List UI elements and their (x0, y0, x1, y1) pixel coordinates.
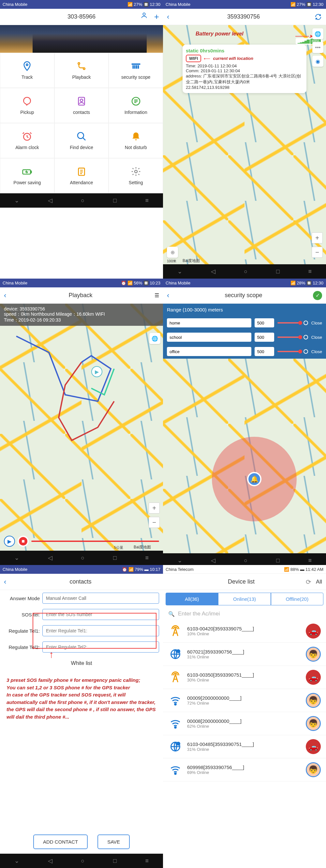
tab-online[interactable]: Online(13) (218, 593, 271, 606)
globe-icon[interactable]: 🌐 (149, 333, 160, 344)
search-input[interactable]: Enter the Ac/imei (178, 611, 321, 617)
svg-rect-8 (131, 63, 140, 65)
close-label[interactable]: Close (311, 335, 322, 340)
fence-name-input[interactable] (167, 347, 251, 356)
answer-mode-value[interactable]: Manual Answer Call (43, 593, 159, 604)
more-icon[interactable]: ••• (312, 42, 323, 53)
sos-label: SOS tel: (4, 612, 40, 617)
fence-map[interactable]: 🔔 (163, 359, 326, 553)
home-nav[interactable]: ○ (81, 197, 84, 204)
device-avatar: 🚗 (306, 670, 321, 685)
play-button[interactable]: ▶ (4, 536, 15, 547)
device-row[interactable]: 607021[3593390756____]31% Online👦 (163, 643, 326, 666)
zoom-out-button[interactable]: − (311, 247, 323, 258)
device-status: 62% Online (187, 724, 301, 729)
coords-label: 22.581742,113.919298 (186, 85, 303, 90)
zoom-out-button[interactable]: − (148, 517, 160, 528)
back-icon[interactable]: ‹ (4, 291, 12, 300)
fence-name-input[interactable] (167, 318, 251, 328)
profile-icon[interactable] (140, 12, 148, 22)
fence-slider[interactable] (277, 322, 300, 323)
device-type-icon (168, 693, 183, 708)
track-button[interactable]: Track (0, 53, 54, 88)
device-row[interactable]: 00008[2000000000____]62% Online👦 (163, 712, 326, 735)
all-button[interactable]: All (316, 579, 322, 585)
fence-range-input[interactable] (254, 333, 274, 342)
globe-icon[interactable]: 🌐 (312, 28, 323, 39)
device-row[interactable]: 6103-00420[3593339075____]10% Online🚗 (163, 620, 326, 643)
svg-rect-7 (138, 65, 139, 69)
page-title: security scope (175, 292, 312, 299)
wifi-annotation: current wifi location (213, 56, 253, 61)
power-saving-button[interactable]: Power saving (0, 158, 54, 193)
playback-slider[interactable] (31, 540, 159, 542)
reg1-input[interactable] (43, 625, 159, 636)
fence-slider[interactable] (277, 337, 300, 338)
map-header: ‹ 3593390756 (163, 9, 326, 25)
svg-point-10 (80, 99, 83, 101)
device-avatar: 👦 (306, 762, 321, 777)
back-icon[interactable]: ‹ (4, 578, 12, 586)
device-row[interactable]: 6103-00485[3593390751____]31% Online🚗 (163, 735, 326, 758)
playback-map[interactable]: ▶ device: 3593390756 speed：0km Northboun… (0, 304, 163, 551)
device-row[interactable]: 6103-00350[3593390751____]30% Online🚗 (163, 666, 326, 689)
back-icon[interactable]: ‹ (167, 13, 175, 21)
device-avatar: 🚗 (306, 624, 321, 639)
information-button[interactable]: Information (109, 88, 163, 123)
back-icon[interactable]: ‹ (167, 291, 175, 300)
map-view[interactable]: Battery power level ———➤ ▁▂▃▅▇88% 🌐 ••• … (163, 25, 326, 264)
back-nav[interactable]: ◁ (48, 197, 53, 204)
add-icon[interactable]: + (154, 12, 159, 22)
zoom-in-button[interactable]: + (148, 502, 160, 514)
radio-icon[interactable] (303, 349, 308, 354)
zoom-in-button[interactable]: + (311, 232, 323, 243)
carrier: China Mobile (3, 2, 128, 7)
playback-button[interactable]: Playback (54, 53, 109, 88)
contacts-button[interactable]: contacts (54, 88, 109, 123)
fence-slider[interactable] (277, 351, 300, 352)
not-disturb-button[interactable]: Not disturb (109, 123, 163, 158)
fence-range-input[interactable] (254, 347, 274, 356)
range-label: Range (100-3000) meters (163, 304, 326, 316)
radio-icon[interactable] (303, 335, 308, 339)
pickup-button[interactable]: Pickup (0, 88, 54, 123)
device-type-icon (168, 624, 183, 638)
menu-icon[interactable]: ☰ (149, 292, 159, 299)
static-time: static 0hrs0mins (186, 48, 303, 53)
confirm-icon[interactable]: ✓ (313, 291, 322, 300)
svg-rect-5 (134, 65, 135, 69)
add-contact-button[interactable]: ADD CONTACT (33, 835, 88, 849)
fence-range-input[interactable] (254, 318, 274, 328)
locate-icon[interactable]: ◉ (312, 56, 323, 67)
device-row[interactable]: 00009[2000000000____]72% Online👦 (163, 689, 326, 712)
tab-all[interactable]: All(36) (166, 593, 218, 606)
stop-button[interactable]: ■ (18, 536, 29, 547)
fence-name-input[interactable] (167, 333, 251, 342)
svg-point-24 (175, 773, 176, 775)
recent-nav[interactable]: □ (113, 197, 117, 204)
close-label[interactable]: Close (311, 320, 322, 326)
whitelist-link[interactable]: White list (0, 655, 163, 672)
alarm-button[interactable]: Alarm clock (0, 123, 54, 158)
sos-input[interactable] (43, 609, 159, 620)
compass-icon[interactable]: ⊕ (167, 247, 178, 258)
device-avatar: 🚗 (306, 739, 321, 754)
playback-info: device: 3593390756 speed：0km Northbound … (0, 304, 163, 326)
close-label[interactable]: Close (311, 349, 322, 354)
device-name: 6103-00350[3593390751____] (187, 672, 301, 678)
sos-tel-row: SOS tel: (0, 606, 163, 623)
save-button[interactable]: SAVE (98, 835, 130, 849)
pb-speed: speed：0km Northbound Mileage：16.60km WIF… (4, 311, 159, 317)
tab-offline[interactable]: Offline(20) (271, 593, 323, 606)
setting-button[interactable]: Setting (109, 158, 163, 193)
refresh-icon[interactable]: ⟳ (306, 578, 311, 586)
find-device-button[interactable]: Find device (54, 123, 109, 158)
radio-icon[interactable] (303, 320, 308, 325)
device-row[interactable]: 609998[3593390756____]69% Online👦 (163, 758, 326, 781)
security-scope-button[interactable]: security scope (109, 53, 163, 88)
reg2-input[interactable] (43, 642, 159, 653)
comm-label: Comm: 2019-01-11 12:30:04 (186, 68, 303, 73)
search-icon: 🔍 (168, 611, 175, 617)
refresh-icon[interactable] (312, 13, 322, 21)
attendance-button[interactable]: Attendance (54, 158, 109, 193)
